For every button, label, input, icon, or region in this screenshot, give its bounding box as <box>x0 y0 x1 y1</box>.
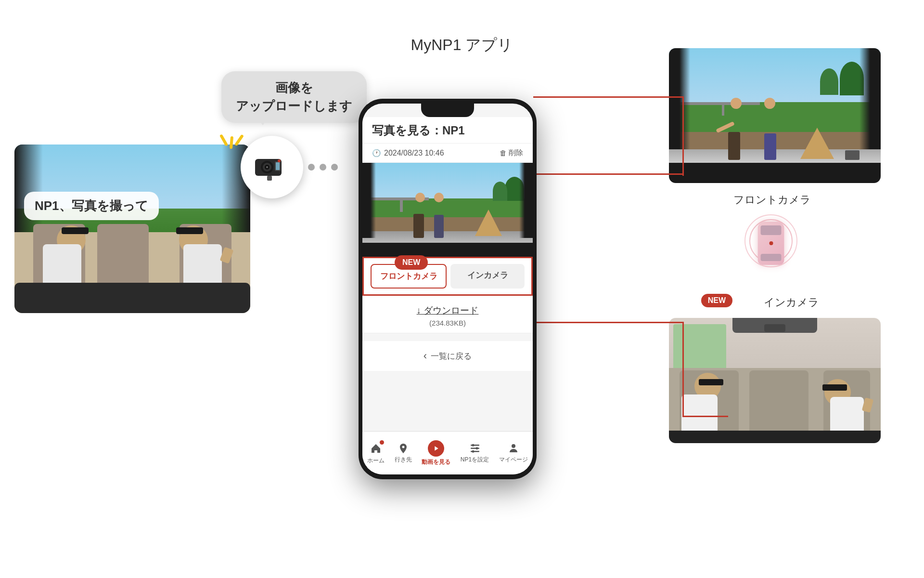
app-header: 写真を見る：NP1 <box>362 117 533 144</box>
right-photo-in-camera <box>669 318 881 443</box>
main-container: MyNP1 アプリ NP1、写真を撮って <box>0 0 924 578</box>
connect-line-bottom2-h <box>682 416 728 417</box>
camera-tab-in[interactable]: インカメラ <box>450 264 525 289</box>
svg-point-14 <box>472 450 474 452</box>
phone-mockup: 写真を見る：NP1 🕐 2024/08/23 10:46 🗑 削除 <box>359 99 537 479</box>
nav-settings[interactable]: NP1を設定 <box>461 443 489 464</box>
date-row: 🕐 2024/08/23 10:46 🗑 削除 <box>362 144 533 163</box>
settings-icon <box>469 443 481 454</box>
connect-line-bottom-h <box>533 322 682 323</box>
nav-destination-label: 行き先 <box>395 456 412 464</box>
svg-rect-6 <box>276 162 280 170</box>
in-camera-label: インカメラ <box>764 295 819 310</box>
connect-line-top-h <box>533 173 682 175</box>
nav-home[interactable]: ホーム <box>367 442 385 465</box>
right-photo-front-camera <box>669 48 881 183</box>
phone-screen: 写真を見る：NP1 🕐 2024/08/23 10:46 🗑 削除 <box>362 104 533 474</box>
home-icon <box>370 443 382 454</box>
app-title: MyNP1 アプリ <box>411 35 513 56</box>
home-badge <box>380 440 384 445</box>
nav-video[interactable]: 動画を見る <box>422 440 450 466</box>
app-main-photo <box>362 163 533 257</box>
nav-destination[interactable]: 行き先 <box>395 443 412 464</box>
camera-tabs-container: フロントカメラ インカメラ <box>362 257 533 296</box>
download-link[interactable]: ↓ ダウンロード <box>372 304 523 317</box>
spacer <box>362 333 533 341</box>
back-button[interactable]: ‹ 一覧に戻る <box>362 341 533 371</box>
speech-bubble-left: NP1、写真を撮って <box>24 192 159 220</box>
svg-point-12 <box>472 444 474 446</box>
arrow-dots <box>308 164 338 171</box>
phone-notch <box>421 104 474 117</box>
upload-speech-bubble: 画像を アップロードします <box>221 71 367 123</box>
destination-icon <box>398 443 409 454</box>
nav-profile-label: マイページ <box>499 456 528 464</box>
svg-point-13 <box>475 447 478 449</box>
nav-video-label: 動画を見る <box>422 458 450 466</box>
nav-home-label: ホーム <box>367 457 385 465</box>
video-nav-icon <box>428 440 444 457</box>
dashcam-circle <box>241 136 303 198</box>
new-badge-right: NEW <box>701 294 732 307</box>
nav-profile[interactable]: マイページ <box>499 443 528 464</box>
nav-settings-label: NP1を設定 <box>461 456 489 464</box>
svg-point-8 <box>278 159 281 162</box>
front-camera-label: フロントカメラ <box>733 193 811 207</box>
svg-rect-7 <box>267 176 272 181</box>
connect-line-top2-h <box>533 96 684 98</box>
svg-point-4 <box>266 166 268 168</box>
car-diagram <box>742 212 800 284</box>
new-badge-phone: NEW <box>395 255 428 270</box>
connect-line-right-v <box>682 96 684 176</box>
download-section: ↓ ダウンロード (234.83KB) <box>362 296 533 333</box>
svg-point-15 <box>512 444 515 448</box>
download-size: (234.83KB) <box>372 319 523 327</box>
bottom-nav: ホーム 行き先 動画を見る <box>362 431 533 474</box>
profile-icon <box>508 443 519 454</box>
left-car-photo: NP1、写真を撮って <box>14 144 250 313</box>
connect-line-bottom-v <box>682 322 684 416</box>
dashcam-icon <box>253 154 291 181</box>
